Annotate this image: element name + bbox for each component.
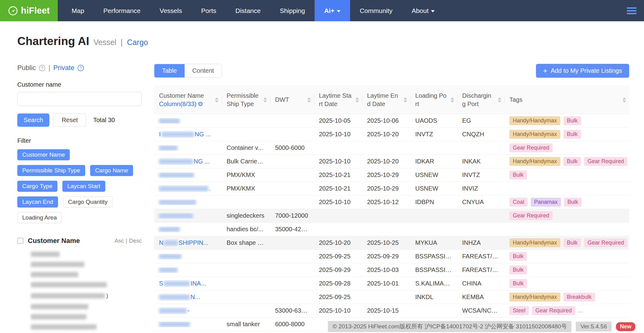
public-tab[interactable]: Public [17, 64, 36, 72]
filter-chip-laycan-start[interactable]: Laycan Start [62, 181, 105, 192]
column-header-loading-port[interactable]: Loading Port [410, 87, 457, 113]
content-view-button[interactable]: Content [185, 64, 222, 77]
column-label: Laytime Start Date [319, 92, 352, 107]
hamburger-menu-icon[interactable] [627, 7, 637, 14]
customer-name-cell[interactable]: ING ... [154, 131, 222, 138]
table-row[interactable]: NG ...Bulk Carrier ...2025-10-102025-10-… [154, 155, 629, 168]
customer-name-cell[interactable]: N... [154, 294, 222, 301]
ship-type-cell: PMX/KMX [222, 171, 270, 179]
hifleet-logo[interactable]: hiFleet [0, 0, 58, 21]
table-row[interactable]: NSHIPPIN...Box shape v...2025-10-202025-… [154, 236, 629, 250]
filter-label: Filter [17, 137, 142, 144]
customer-name-cell[interactable] [154, 199, 222, 205]
reset-button[interactable]: Reset [53, 113, 86, 127]
table-row[interactable]: PMX/KMX2025-10-212025-10-29USNEWINVTZBul… [154, 168, 629, 182]
sort-icon[interactable] [263, 97, 267, 102]
filter-chip-cargo-quantity[interactable]: Cargo Quantity [63, 196, 112, 208]
table-row[interactable]: SINA...2025-09-282025-10-01S.KALIMAN...C… [154, 277, 629, 290]
footer: © 2013-2025 HiFleet.com版权所有 沪ICP备1400170… [0, 321, 644, 333]
nav-item-community[interactable]: Community [350, 0, 402, 21]
add-to-private-listings-button[interactable]: + Add to My Private Listings [536, 64, 629, 78]
customer-name-cell[interactable] [154, 213, 222, 219]
nav-item-ai[interactable]: Ai+ [315, 0, 350, 21]
filter-chip-cargo-type[interactable]: Cargo Type [17, 181, 57, 192]
column-header-laytime-end-date[interactable]: Laytime End Date [362, 87, 410, 113]
nav-item-map[interactable]: Map [62, 0, 94, 21]
laytime-end-cell: 2025-10-29 [362, 171, 410, 179]
filter-chip-permissible-ship-type[interactable]: Permissible Ship Type [17, 165, 85, 176]
sort-icon[interactable] [215, 97, 219, 102]
filter-chip-cargo-name[interactable]: Cargo Name [90, 165, 133, 176]
customer-list-item[interactable] [31, 252, 142, 257]
customer-name-input[interactable] [17, 92, 142, 106]
table-row[interactable]: ING ...2025-10-102025-10-20INVTZCNQZHHan… [154, 128, 629, 141]
filter-chip-laycan-end[interactable]: Laycan End [17, 196, 58, 208]
ship-type-cell: singledeckers [222, 212, 270, 219]
table-row[interactable]: singledeckers7000-12000Gear Required [154, 209, 629, 223]
sort-icon[interactable] [498, 97, 501, 102]
nav-item-about[interactable]: About [402, 0, 444, 21]
customer-list-item[interactable]: ) [31, 292, 142, 299]
tab-vessel[interactable]: Vessel [94, 38, 116, 47]
customer-name-cell[interactable] [154, 118, 222, 124]
table-row[interactable]: 2025-10-052025-10-06UAODSEGHandy/Handyma… [154, 114, 629, 128]
table-row[interactable]: handies bc/...35000-42000 [154, 223, 629, 236]
private-help-icon[interactable]: ? [77, 65, 84, 71]
customer-list-item[interactable] [31, 314, 142, 319]
customer-name-cell[interactable] [154, 145, 222, 151]
customer-name-cell[interactable]: . [154, 185, 222, 192]
customer-list-item[interactable] [31, 304, 142, 309]
nav-item-vessels[interactable]: Vessels [150, 0, 191, 21]
sort-icon[interactable] [355, 97, 359, 102]
sort-asc-link[interactable]: Asc [115, 238, 124, 244]
sort-caret-down-icon [450, 100, 454, 102]
customer-name-cell[interactable] [154, 254, 222, 259]
customer-list-item[interactable] [31, 272, 142, 277]
table-row[interactable]: 2025-09-252025-09-29BSSPASSIN...FAREAST/… [154, 250, 629, 263]
table-row[interactable]: -53000-630002025-10-102025-10-15WCSA/NCS… [154, 304, 629, 318]
column-header-tags[interactable]: Tags [504, 91, 629, 108]
table-row[interactable]: 2025-09-292025-10-03BSSPASSIN...FAREAST/… [154, 263, 629, 277]
gear-icon[interactable]: ⚙ [198, 101, 203, 107]
sort-icon[interactable] [307, 97, 311, 102]
nav-item-distance[interactable]: Distance [226, 0, 270, 21]
sort-desc-link[interactable]: Desc [129, 238, 142, 244]
customer-name-cell[interactable] [154, 172, 222, 178]
sort-icon[interactable] [622, 97, 626, 102]
column-header-discharging-port[interactable]: Discharging Port [457, 87, 504, 113]
tab-cargo[interactable]: Cargo [127, 38, 148, 47]
select-all-checkbox[interactable] [17, 238, 23, 244]
sort-icon[interactable] [450, 97, 454, 102]
table-row[interactable]: N...2025-09-25INKDLKEMBAHandy/HandymaxBr… [154, 290, 629, 304]
customer-name-cell[interactable] [154, 267, 222, 273]
customer-name-cell[interactable]: SINA... [154, 280, 222, 287]
column-settings-link[interactable]: Column(8/33) [159, 101, 196, 107]
customer-name-cell[interactable]: NG ... [154, 158, 222, 165]
customer-list-item[interactable] [31, 282, 142, 287]
table-row[interactable]: .PMX/KMX2025-10-212025-10-29USNEWINVIZ [154, 182, 629, 195]
search-button[interactable]: Search [17, 113, 49, 127]
customer-list-item[interactable] [31, 262, 142, 267]
private-tab[interactable]: Private [53, 64, 74, 72]
top-nav: hiFleet MapPerformanceVesselsPortsDistan… [0, 0, 644, 21]
customer-name-cell[interactable] [154, 227, 222, 232]
page-title: Chartering AI [17, 35, 89, 48]
loading-port-cell: MYKUA [410, 239, 457, 246]
column-header-laytime-start-date[interactable]: Laytime Start Date [314, 87, 362, 113]
nav-item-shipping[interactable]: Shipping [270, 0, 315, 21]
customer-name-cell[interactable]: NSHIPPIN... [154, 239, 222, 246]
table-view-button[interactable]: Table [154, 64, 185, 77]
table-row[interactable]: 2025-10-102025-10-12IDBPNCNYUACoalPanama… [154, 195, 629, 209]
nav-item-ports[interactable]: Ports [191, 0, 226, 21]
column-header-dwt[interactable]: DWT [270, 91, 314, 108]
column-header-permissible-ship-type[interactable]: Permissible Ship Type [222, 87, 270, 113]
customer-name-cell[interactable]: - [154, 307, 222, 314]
filter-chip-loading-area[interactable]: Loading Area [17, 212, 62, 223]
filter-chip-customer-name[interactable]: Customer Name [17, 149, 70, 160]
nav-item-performance[interactable]: Performance [94, 0, 150, 21]
table-row[interactable]: Container v...5000-6000Gear Required [154, 141, 629, 155]
nav-item-label: Map [72, 7, 84, 14]
sort-icon[interactable] [404, 97, 407, 102]
column-header-customer-name[interactable]: Customer NameColumn(8/33)⚙ [154, 87, 222, 113]
public-help-icon[interactable]: ? [39, 65, 45, 71]
